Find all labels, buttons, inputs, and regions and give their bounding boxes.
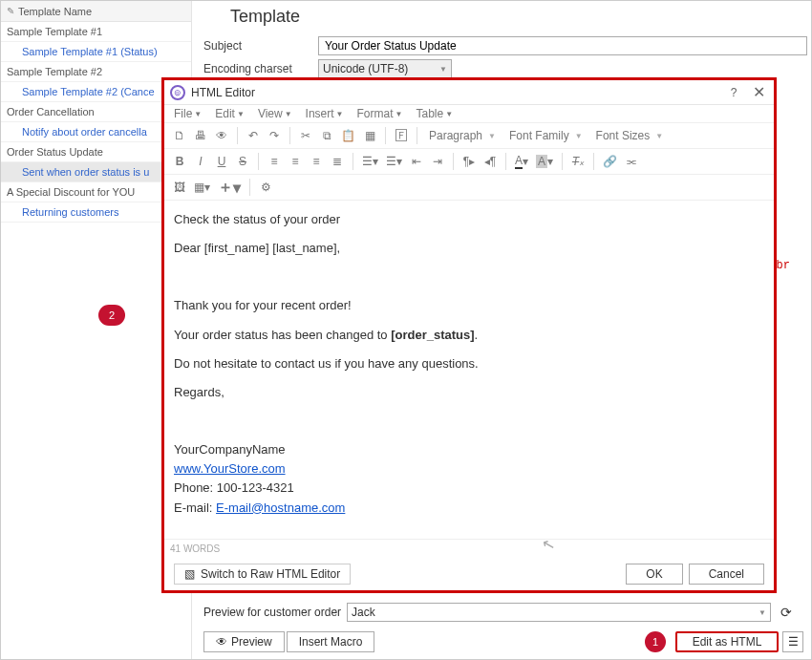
company-website-link[interactable]: www.YourStore.com [174,461,286,476]
edit-as-html-button[interactable]: Edit as HTML [675,631,779,652]
menu-format-label: Format [357,107,394,120]
font-size-select[interactable]: Font Sizes▼ [590,129,670,142]
italic-button[interactable]: I [191,151,210,172]
word-count: 41 WORDS [170,543,220,554]
align-justify-button[interactable]: ≣ [328,151,347,172]
insert-macro-button[interactable]: Insert Macro [287,631,375,652]
chevron-down-icon: ▼ [445,110,453,118]
unlink-button[interactable]: ⫘ [622,151,641,172]
refresh-button[interactable]: ⟳ [777,603,796,622]
close-button[interactable]: ✕ [749,83,768,101]
subject-input[interactable] [318,36,807,55]
strikethrough-button[interactable]: S [233,151,252,172]
menu-view[interactable]: View▼ [258,107,292,120]
print-button[interactable]: 🖶 [191,125,210,146]
chevron-down-icon: ▼ [575,132,583,140]
clear-formatting-icon: T [572,155,579,168]
preview-label: Preview for customer order [203,606,341,619]
paragraph-format-select[interactable]: Paragraph▼ [423,129,502,142]
undo-button[interactable]: ↶ [244,125,263,146]
outdent-button[interactable]: ⇤ [407,151,426,172]
preview-button[interactable]: 👁 Preview [203,631,285,652]
cancel-button[interactable]: Cancel [689,564,764,585]
numbered-list-button[interactable]: ☰▾ [383,151,405,172]
insert-table-button[interactable]: ▦▾ [191,177,213,198]
switch-raw-html-button[interactable]: ▧ Switch to Raw HTML Editor [174,564,351,585]
link-button[interactable]: 🔗 [600,151,620,172]
chevron-down-icon: ▼ [759,608,766,617]
menu-view-label: View [258,107,283,120]
editor-toolbar-2: B I U S ≡ ≡ ≡ ≣ ☰▾ ☰▾ ⇤ ⇥ ¶▸ ◂¶ A▾ A▾ Tₓ… [164,149,774,175]
select-all-icon: ▦ [365,129,375,142]
bold-button[interactable]: B [170,151,189,172]
editor-logo-icon: ⊚ [170,85,185,100]
editor-toolbar-1: 🗋 🖶 👁 ↶ ↷ ✂ ⧉ 📋 ▦ 🄵 Paragraph▼ Font Fami… [164,123,774,149]
clear-formatting-button[interactable]: Tₓ [568,151,588,172]
paste-button[interactable]: 📋 [338,125,358,146]
menu-table[interactable]: Table▼ [416,107,453,120]
insert-more-button[interactable]: ＋▾ [215,177,244,198]
separator [593,153,594,170]
gear-icon: ⚙ [261,181,271,194]
charset-select[interactable]: Unicode (UTF-8) ▼ [318,59,452,78]
settings-button[interactable]: ☰ [782,631,803,652]
select-all-button[interactable]: ▦ [360,125,379,146]
preview-customer-select[interactable]: Jack ▼ [347,603,771,622]
new-document-button[interactable]: 🗋 [170,125,189,146]
rtl-button[interactable]: ◂¶ [481,151,500,172]
find-icon: 🄵 [395,129,407,142]
ok-button[interactable]: OK [626,564,682,585]
callout-2: 2 [98,305,125,326]
menu-insert-label: Insert [306,107,334,120]
sidebar-group-0[interactable]: Sample Template #1 [1,22,191,42]
preview-tool-button[interactable]: 👁 [212,125,231,146]
redo-button[interactable]: ↷ [265,125,284,146]
menu-insert[interactable]: Insert▼ [306,107,344,120]
chevron-down-icon: ▾ [547,155,553,168]
chevron-down-icon: ▼ [395,110,403,118]
font-family-label: Font Family [509,129,569,142]
html-editor-modal: ⊚ HTML Editor ? ✕ File▼ Edit▼ View▼ Inse… [161,77,777,593]
menu-edit[interactable]: Edit▼ [215,107,245,120]
chevron-down-icon: ▼ [655,132,663,140]
align-center-button[interactable]: ≡ [286,151,305,172]
bg-color-button[interactable]: A▾ [533,151,556,172]
preview-customer-value: Jack [352,606,375,619]
font-family-select[interactable]: Font Family▼ [503,129,588,142]
help-button[interactable]: ? [724,86,743,99]
align-left-button[interactable]: ≡ [265,151,284,172]
align-right-button[interactable]: ≡ [307,151,326,172]
text-color-button[interactable]: A▾ [512,151,531,172]
sidebar-item-0-0[interactable]: Sample Template #1 (Status) [1,42,191,62]
company-email-link[interactable]: E-mail@hostname.com [216,500,345,515]
indent-button[interactable]: ⇥ [428,151,447,172]
menu-format[interactable]: Format▼ [357,107,403,120]
chevron-down-icon: ▼ [488,132,496,140]
subject-label: Subject [203,39,318,53]
refresh-icon: ⟳ [780,605,792,620]
cut-button[interactable]: ✂ [296,125,315,146]
body-line-2: Dear [first_name] [last_name], [174,239,764,258]
chevron-down-icon: ▾ [233,179,241,197]
font-size-label: Font Sizes [596,129,651,142]
body-line-9: Phone: 100-123-4321 [174,479,764,498]
preview-button-label: Preview [231,633,272,650]
settings-tool-button[interactable]: ⚙ [256,177,275,198]
copy-button[interactable]: ⧉ [317,125,336,146]
ltr-button[interactable]: ¶▸ [459,151,479,172]
insert-image-button[interactable]: 🖼 [170,177,189,198]
bullet-list-button[interactable]: ☰▾ [359,151,381,172]
editor-content-area[interactable]: Check the status of your order Dear [fir… [164,201,774,539]
underline-button[interactable]: U [212,151,231,172]
align-left-icon: ≡ [270,155,277,168]
menu-file-label: File [174,107,192,120]
redo-icon: ↷ [269,129,279,142]
find-replace-button[interactable]: 🄵 [392,125,411,146]
align-justify-icon: ≣ [332,155,342,168]
chevron-down-icon: ▼ [237,110,245,118]
editor-titlebar: ⊚ HTML Editor ? ✕ [164,80,774,105]
body-line-3: Thank you for your recent order! [174,296,764,315]
chevron-down-icon: ▾ [396,155,402,168]
menu-file[interactable]: File▼ [174,107,202,120]
body-line-4: Your order status has been changed to [o… [174,326,764,345]
